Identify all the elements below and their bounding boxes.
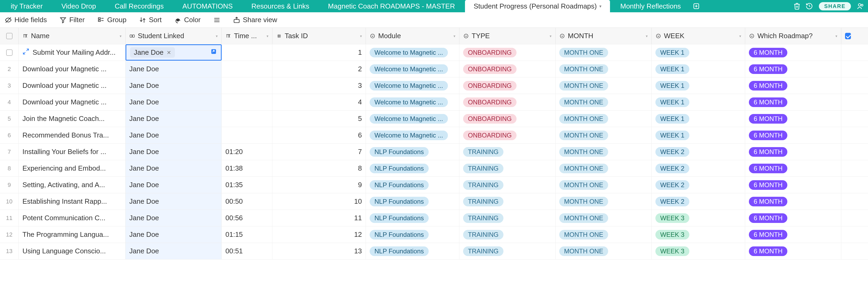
month-cell[interactable]: MONTH ONE <box>556 243 652 259</box>
student-cell[interactable]: Jane Doe <box>126 77 222 94</box>
type-cell[interactable]: TRAINING <box>459 144 556 160</box>
module-cell[interactable]: NLP Foundations <box>366 210 459 226</box>
month-cell[interactable]: MONTH ONE <box>556 111 652 127</box>
type-cell[interactable]: ONBOARDING <box>459 111 556 127</box>
week-cell[interactable]: WEEK 3 <box>652 210 745 226</box>
name-cell[interactable]: Setting, Activating, and A... <box>19 177 126 193</box>
week-cell[interactable]: WEEK 2 <box>652 160 745 177</box>
week-cell[interactable]: WEEK 1 <box>652 111 745 127</box>
name-cell[interactable]: Download your Magnetic ... <box>19 61 126 77</box>
name-cell[interactable]: Download your Magnetic ... <box>19 94 126 110</box>
type-cell[interactable]: TRAINING <box>459 193 556 210</box>
row-number-cell[interactable]: 3 <box>0 77 19 94</box>
roadmap-cell[interactable]: 6 MONTH <box>745 226 841 243</box>
task-id-cell[interactable]: 11 <box>272 210 366 226</box>
time-cell[interactable] <box>222 44 272 61</box>
student-cell[interactable]: Jane Doe <box>126 210 222 226</box>
time-cell[interactable] <box>222 127 272 144</box>
roadmap-cell[interactable]: 6 MONTH <box>745 144 841 160</box>
checkbox-cell[interactable] <box>841 243 855 259</box>
student-cell[interactable]: Jane Doe <box>126 127 222 144</box>
share-button[interactable]: SHARE <box>819 2 851 10</box>
color-button[interactable]: Color <box>175 16 200 24</box>
week-cell[interactable]: WEEK 1 <box>652 77 745 94</box>
chevron-down-icon[interactable]: ▾ <box>360 34 362 38</box>
task-id-cell[interactable]: 1 <box>272 44 366 61</box>
time-cell[interactable] <box>222 77 272 94</box>
task-id-cell[interactable]: 10 <box>272 193 366 210</box>
table-row[interactable]: 12The Programming Langua...Jane Doe01:15… <box>0 226 868 243</box>
chevron-down-icon[interactable]: ▾ <box>739 34 741 38</box>
month-cell[interactable]: MONTH ONE <box>556 193 652 210</box>
module-cell[interactable]: NLP Foundations <box>366 226 459 243</box>
checkbox-cell[interactable] <box>841 44 855 61</box>
type-cell[interactable]: ONBOARDING <box>459 94 556 110</box>
month-cell[interactable]: MONTH ONE <box>556 177 652 193</box>
row-number-cell[interactable] <box>0 44 19 61</box>
checkbox-icon[interactable] <box>6 33 12 39</box>
table-row[interactable]: 7Installing Your Beliefs for ...Jane Doe… <box>0 144 868 160</box>
name-cell[interactable]: The Programming Langua... <box>19 226 126 243</box>
module-cell[interactable]: NLP Foundations <box>366 193 459 210</box>
task-id-cell[interactable]: 12 <box>272 226 366 243</box>
col-header-task[interactable]: Task ID▾ <box>272 28 366 44</box>
type-cell[interactable]: TRAINING <box>459 177 556 193</box>
roadmap-cell[interactable]: 6 MONTH <box>745 243 841 259</box>
table-row[interactable]: 10Establishing Instant Rapp...Jane Doe00… <box>0 193 868 210</box>
module-cell[interactable]: NLP Foundations <box>366 160 459 177</box>
week-cell[interactable]: WEEK 2 <box>652 193 745 210</box>
checkbox-cell[interactable] <box>841 127 855 144</box>
remove-chip-icon[interactable]: ✕ <box>167 50 171 56</box>
student-cell[interactable]: Jane Doe <box>126 61 222 77</box>
history-icon[interactable] <box>804 1 814 11</box>
month-cell[interactable]: MONTH ONE <box>556 226 652 243</box>
filter-button[interactable]: Filter <box>60 16 85 24</box>
chevron-down-icon[interactable]: ▾ <box>267 34 269 38</box>
checkbox-icon[interactable] <box>6 50 12 56</box>
roadmap-cell[interactable]: 6 MONTH <box>745 44 841 61</box>
student-cell[interactable]: Jane Doe <box>126 177 222 193</box>
week-cell[interactable]: WEEK 2 <box>652 144 745 160</box>
col-header-name[interactable]: Name▾ <box>19 28 126 44</box>
task-id-cell[interactable]: 5 <box>272 111 366 127</box>
module-cell[interactable]: Welcome to Magnetic ... <box>366 111 459 127</box>
module-cell[interactable]: NLP Foundations <box>366 177 459 193</box>
row-number-cell[interactable]: 8 <box>0 160 19 177</box>
student-cell[interactable]: Jane Doe <box>126 226 222 243</box>
table-row[interactable]: 5Join the Magnetic Coach...Jane Doe5Welc… <box>0 111 868 127</box>
checkbox-cell[interactable] <box>841 94 855 110</box>
view-tab[interactable]: AUTOMATIONS <box>174 0 241 12</box>
name-cell[interactable]: Establishing Instant Rapp... <box>19 193 126 210</box>
chevron-down-icon[interactable]: ▾ <box>120 34 122 38</box>
month-cell[interactable]: MONTH ONE <box>556 61 652 77</box>
month-cell[interactable]: MONTH ONE <box>556 94 652 110</box>
checkbox-cell[interactable] <box>841 61 855 77</box>
roadmap-cell[interactable]: 6 MONTH <box>745 177 841 193</box>
week-cell[interactable]: WEEK 2 <box>652 177 745 193</box>
expand-record-icon[interactable] <box>23 48 29 57</box>
checkbox-cell[interactable] <box>841 160 855 177</box>
time-cell[interactable] <box>222 111 272 127</box>
view-tab[interactable]: Monthly Reflections <box>612 0 689 12</box>
col-header-week[interactable]: WEEK▾ <box>652 28 745 44</box>
table-row[interactable]: 9Setting, Activating, and A...Jane Doe01… <box>0 177 868 193</box>
col-header-checkbox[interactable] <box>841 28 855 44</box>
name-cell[interactable]: Download your Magnetic ... <box>19 77 126 94</box>
table-row[interactable]: 8Experiencing and Embod...Jane Doe01:388… <box>0 160 868 177</box>
row-number-cell[interactable]: 10 <box>0 193 19 210</box>
chevron-down-icon[interactable]: ▾ <box>454 34 455 38</box>
checkbox-cell[interactable] <box>841 177 855 193</box>
row-number-cell[interactable]: 12 <box>0 226 19 243</box>
checkbox-cell[interactable] <box>841 144 855 160</box>
task-id-cell[interactable]: 9 <box>272 177 366 193</box>
task-id-cell[interactable]: 6 <box>272 127 366 144</box>
checkbox-cell[interactable] <box>841 193 855 210</box>
student-cell[interactable]: Jane Doe <box>126 193 222 210</box>
module-cell[interactable]: Welcome to Magnetic ... <box>366 44 459 61</box>
task-id-cell[interactable]: 4 <box>272 94 366 110</box>
module-cell[interactable]: Welcome to Magnetic ... <box>366 61 459 77</box>
view-tab[interactable]: Resources & Links <box>243 0 318 12</box>
week-cell[interactable]: WEEK 1 <box>652 44 745 61</box>
row-number-cell[interactable]: 11 <box>0 210 19 226</box>
view-tab[interactable]: ity Tracker <box>2 0 51 12</box>
